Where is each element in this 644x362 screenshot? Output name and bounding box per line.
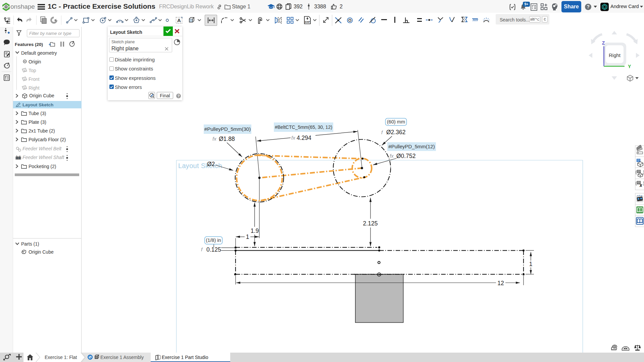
svg-text:Y: Y [628,64,631,69]
svg-text:Layout Sketch: Layout Sketch [178,162,222,169]
svg-text:1: 1 [246,234,249,240]
svg-text:A: A [177,17,181,23]
svg-text:f: f [201,247,203,252]
svg-text:Ø2.362: Ø2.362 [386,129,405,136]
svg-text:fx: fx [212,136,216,142]
svg-text:4.294: 4.294 [297,135,311,141]
svg-text:Z: Z [602,40,605,46]
svg-text:#PulleyPD_5mm(30): #PulleyPD_5mm(30) [204,126,251,132]
svg-text:1.9: 1.9 [251,227,259,234]
svg-text:(60) mm: (60) mm [387,119,405,124]
svg-text:Ø2: Ø2 [207,161,215,167]
svg-text:2.125: 2.125 [363,220,378,227]
svg-text:Ø0.752: Ø0.752 [396,153,415,159]
svg-text:fx: fx [390,153,394,159]
svg-text:(1/8) in: (1/8) in [206,238,221,243]
svg-text:0.125: 0.125 [206,246,221,253]
svg-text:1: 1 [529,261,533,267]
svg-text:12: 12 [497,280,504,287]
svg-text:x: x [640,183,642,187]
svg-text:Right: Right [609,52,621,58]
svg-text:#PulleyPD_5mm(12): #PulleyPD_5mm(12) [388,144,435,149]
svg-text:Ø1.88: Ø1.88 [219,136,235,142]
svg-text:DXF: DXF [305,20,310,23]
svg-text:#BeltCTC_5mm(65, 30, 12): #BeltCTC_5mm(65, 30, 12) [275,124,332,130]
svg-text:fx: fx [291,135,295,141]
svg-text:f: f [381,130,383,135]
